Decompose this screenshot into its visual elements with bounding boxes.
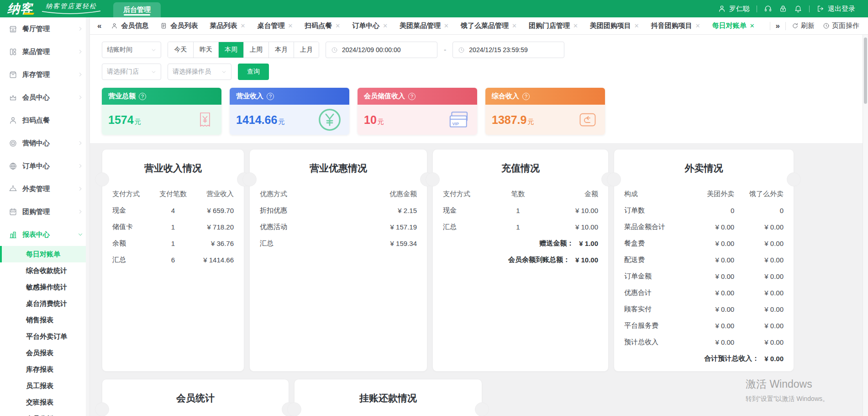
tab-close-icon[interactable]: ✕ — [444, 22, 449, 29]
date-to-input[interactable]: 2024/12/15 23:59:59 — [452, 42, 564, 58]
help-icon[interactable]: ? — [267, 93, 274, 100]
store-select[interactable]: 请选择门店 — [102, 64, 161, 80]
sidebar-item-营销中心[interactable]: 营销中心 — [0, 132, 89, 155]
help-icon[interactable]: ? — [139, 93, 146, 100]
tab-桌台管理[interactable]: 桌台管理✕ — [251, 17, 299, 35]
tab-每日对账单[interactable]: 每日对账单✕ — [706, 17, 761, 35]
tab-close-icon[interactable]: ✕ — [383, 22, 388, 29]
sidebar-item-label: 外卖管理 — [22, 185, 50, 193]
sidebar-subitem-销售报表[interactable]: 销售报表 — [0, 312, 89, 328]
page-operations-button[interactable]: 页面操作 — [819, 21, 863, 30]
stat-card-value: 1387.9 — [492, 113, 526, 126]
tab-团购门店管理[interactable]: 团购门店管理✕ — [523, 17, 584, 35]
sidebar-item-团购管理[interactable]: 团购管理 — [0, 200, 89, 223]
tabs-scroll-right-button[interactable]: » — [772, 21, 784, 31]
tab-close-icon[interactable]: ✕ — [634, 22, 639, 29]
table-cell: 汇总 — [112, 256, 154, 264]
range-button-上月[interactable]: 上月 — [294, 42, 319, 58]
chevron-down-icon — [221, 69, 226, 75]
calendar-icon — [9, 208, 17, 216]
filter-row-1: 结账时间 今天昨天本周上周本月上月 2024/12/09 00:00:00 - … — [102, 42, 851, 58]
sidebar-item-会员中心[interactable]: 会员中心 — [0, 86, 89, 109]
vertical-scrollbar[interactable] — [863, 35, 868, 416]
notification-bell-icon[interactable] — [794, 5, 802, 13]
sidebar-item-报表中心[interactable]: 报表中心 — [0, 223, 89, 246]
sidebar-item-库存管理[interactable]: 库存管理 — [0, 63, 89, 86]
range-button-上周[interactable]: 上周 — [243, 42, 268, 58]
support-headset-icon[interactable] — [764, 5, 772, 13]
tab-close-icon[interactable]: ✕ — [288, 22, 293, 29]
chevron-down-icon — [78, 232, 83, 237]
table-row: 顾客实付¥ 0.00¥ 0.00 — [624, 301, 784, 317]
column-header: 笔数 — [493, 190, 543, 198]
refresh-label: 刷新 — [801, 21, 815, 30]
tab-菜品列表[interactable]: 菜品列表✕ — [204, 17, 251, 35]
table-cell: ¥ 36.76 — [192, 240, 234, 247]
stat-card-title: 会员储值收入 — [364, 92, 405, 101]
lock-icon[interactable] — [779, 5, 787, 13]
stat-card-unit: 元 — [135, 118, 141, 125]
tab-label: 订单中心 — [352, 21, 379, 30]
table-cell: ¥ 10.00 — [543, 207, 598, 214]
tab-会员列表[interactable]: 会员列表 — [154, 17, 204, 35]
sidebar-subitem-库存报表[interactable]: 库存报表 — [0, 361, 89, 378]
table-cell: ¥ 0.00 — [688, 240, 735, 247]
sidebar-subitem-交班报表[interactable]: 交班报表 — [0, 394, 89, 411]
search-button[interactable]: 查询 — [238, 64, 269, 80]
tab-close-icon[interactable]: ✕ — [335, 22, 340, 29]
sidebar-subitem-会员报表[interactable]: 会员报表 — [0, 345, 89, 361]
sidebar-subitem-综合收款统计[interactable]: 综合收款统计 — [0, 262, 89, 279]
panel-外卖情况: 外卖情况构成美团外卖饿了么外卖订单数00菜品金额合计¥ 0.00¥ 0.00餐盒… — [614, 149, 794, 372]
sidebar-item-label: 营销中心 — [22, 139, 50, 148]
range-button-本月[interactable]: 本月 — [268, 42, 294, 58]
range-button-本周[interactable]: 本周 — [218, 42, 243, 58]
tab-美团团购项目[interactable]: 美团团购项目✕ — [584, 17, 645, 35]
sidebar-subitem-员工报表[interactable]: 员工报表 — [0, 378, 89, 394]
sidebar-subitem-敏感操作统计[interactable]: 敏感操作统计 — [0, 279, 89, 295]
stat-card-value-wrap: 1574元 — [108, 113, 141, 127]
tab-label: 美团菜品管理 — [400, 21, 441, 30]
tab-close-icon[interactable]: ✕ — [573, 22, 578, 29]
tab-抖音团购项目[interactable]: 抖音团购项目✕ — [645, 17, 706, 35]
help-icon[interactable]: ? — [408, 93, 416, 100]
table-row: 订单数00 — [624, 202, 784, 219]
tab-close-icon[interactable]: ✕ — [695, 22, 700, 29]
sidebar-item-外卖管理[interactable]: 外卖管理 — [0, 177, 89, 200]
table-row: 优惠活动¥ 157.19 — [260, 219, 417, 235]
sidebar-item-扫码点餐[interactable]: 扫码点餐 — [0, 109, 89, 132]
sidebar-subitem-平台外卖订单[interactable]: 平台外卖订单 — [0, 328, 89, 345]
range-button-今天[interactable]: 今天 — [168, 42, 193, 58]
range-button-昨天[interactable]: 昨天 — [193, 42, 218, 58]
stat-card-body: 1574元 — [102, 105, 221, 135]
operator-select[interactable]: 请选择操作员 — [168, 64, 231, 80]
refresh-button[interactable]: 刷新 — [788, 21, 819, 30]
sidebar-item-订单中心[interactable]: 订单中心 — [0, 155, 89, 177]
time-type-select[interactable]: 结账时间 — [102, 42, 161, 58]
dishes-icon — [9, 48, 17, 56]
table-cell: 1 — [493, 223, 543, 231]
date-from-input[interactable]: 2024/12/09 00:00:00 — [326, 42, 437, 58]
tab-美团菜品管理[interactable]: 美团菜品管理✕ — [394, 17, 455, 35]
tab-订单中心[interactable]: 订单中心✕ — [346, 17, 394, 35]
tab-close-icon[interactable]: ✕ — [750, 22, 755, 29]
sidebar-item-菜品管理[interactable]: 菜品管理 — [0, 40, 89, 63]
sidebar-subitem-桌台消费统计[interactable]: 桌台消费统计 — [0, 295, 89, 312]
nav-tab-backend[interactable]: 后台管理 — [113, 2, 161, 17]
chevron-down-icon — [151, 48, 156, 53]
tabs-scroll-left-button[interactable]: « — [94, 21, 105, 31]
tab-饿了么菜品管理[interactable]: 饿了么菜品管理✕ — [455, 17, 523, 35]
table-cell: 平台服务费 — [624, 321, 688, 330]
sidebar-item-餐厅管理[interactable]: 餐厅管理 — [0, 17, 89, 40]
help-icon[interactable]: ? — [522, 93, 530, 100]
column-header: 优惠方式 — [260, 190, 338, 198]
tab-会员信息[interactable]: 会员信息 — [105, 17, 154, 35]
sidebar-subitem-每日对账单[interactable]: 每日对账单 — [0, 246, 89, 262]
user-menu[interactable]: 罗仁聪 — [718, 5, 750, 13]
tab-close-icon[interactable]: ✕ — [240, 22, 245, 29]
tab-扫码点餐[interactable]: 扫码点餐✕ — [299, 17, 346, 35]
box-icon — [9, 70, 17, 79]
sidebar-subitem-会员分析[interactable]: 会员分析 — [0, 411, 89, 416]
scrollbar-thumb[interactable] — [864, 37, 867, 104]
logout-button[interactable]: 退出登录 — [816, 5, 855, 13]
tab-close-icon[interactable]: ✕ — [512, 22, 517, 29]
